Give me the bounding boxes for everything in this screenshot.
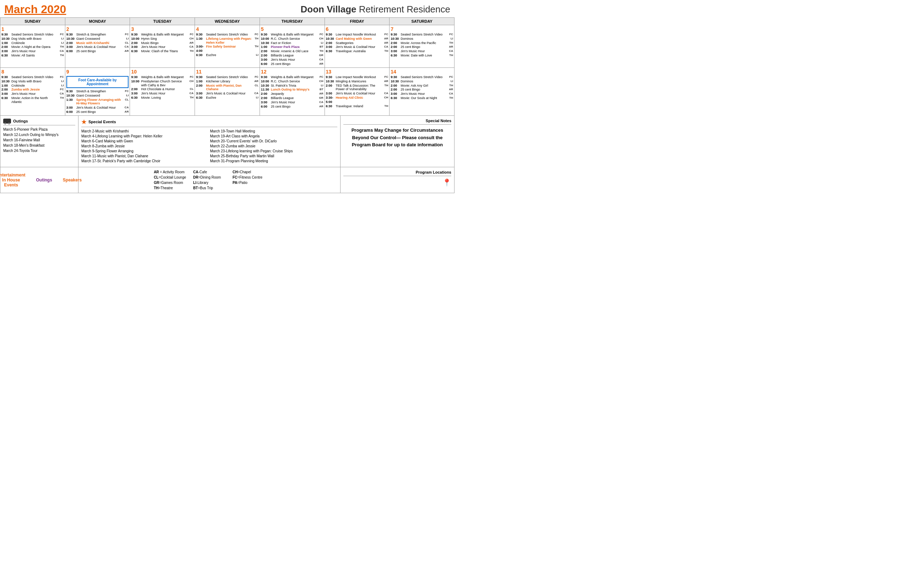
se-item: March 9-Spring Flower Arranging — [81, 149, 209, 153]
day-6: 6 9:30Low Impact Noodle WorkoutFC 10:30C… — [325, 25, 390, 68]
event-row: 10:00Presbyterian Church Service with Ca… — [131, 79, 194, 87]
se-col2: March 19-Town Hall Meeting March 19-Art … — [210, 129, 338, 164]
event-row: 3:00Jim's Music & Cocktail HourCA — [326, 92, 389, 95]
event-row: 9:30Seated Seniors Stretch VideoFC — [2, 75, 64, 79]
day-7: 7 9:30Seated Seniors Stretch VideoFC 10:… — [389, 25, 454, 68]
event-row: 9:30Seated Seniors Stretch VideoFC — [391, 75, 453, 79]
event-row: 3:00Jim's Music HourCA — [261, 58, 323, 62]
event-row: 9:30Low Impact Noodle WorkoutFC — [326, 75, 389, 79]
day-13: 13 9:30Low Impact Noodle WorkoutFC 10:30… — [325, 68, 390, 116]
event-row: 5:00 — [326, 100, 389, 104]
map-pin-icon: 📍 — [442, 178, 451, 187]
special-notes-box: Special Notes Programs May Change for Ci… — [341, 116, 454, 167]
event-row: 9:30Weights & Balls with MargaretFC — [261, 33, 323, 37]
outings-label: Outings — [13, 119, 28, 123]
page-header: March 2020 Doon Village Retirement Resid… — [0, 0, 454, 18]
event-row: 2:0025 cent BingoAR — [391, 45, 453, 49]
event-row: 10:30Card Making with GwenAR — [326, 37, 389, 41]
event-row: 9:30Weights & Balls with MargaretFC — [131, 33, 194, 37]
map-pin-area: 📍 — [343, 178, 451, 187]
legend-item: BT=Bus Trip — [193, 186, 226, 190]
event-row: 10:30Dog Visits with BravoLI — [2, 79, 64, 84]
event-row: 2:00ScattegoriesAR — [326, 41, 389, 45]
se-item: March 25-Birthday Party with Martin Wall — [210, 154, 338, 158]
event-row: 10:00R.C. Church ServiceCH — [261, 79, 323, 84]
legend-item: CH=Chapel — [232, 170, 265, 174]
se-item: March 17-St. Patrick's Party with Cambri… — [81, 159, 209, 163]
day-11: 11 9:30Seated Seniors Stretch VideoFC 1:… — [195, 68, 260, 116]
event-row: 3:00Jim's Music HourCA — [2, 92, 64, 96]
special-events-label: Special Events — [89, 120, 116, 124]
event-row: 10:30DominosLI — [391, 79, 453, 84]
event-row: 10:30Giant CrosswordLI — [66, 37, 129, 41]
outings-item: March 5-Pioneer Park Plaza — [3, 128, 75, 131]
entertainment-box: Entertainment In House Events Outings Sp… — [0, 167, 79, 193]
day-10: 10 9:30Weights & Balls with MargaretFC 1… — [130, 68, 195, 116]
special-notes-header: Special Notes — [343, 119, 451, 124]
event-row: 9:30Weights & Balls with MargaretFC — [131, 75, 194, 79]
event-row: 6:30Movie: Date with LoveTH — [391, 53, 453, 58]
day-1: 1 9:30Seated Seniors Stretch VideoFC 10:… — [0, 25, 65, 68]
day-8: 8 9:30Seated Seniors Stretch VideoFC 10:… — [0, 68, 65, 116]
star-icon: ★ — [81, 119, 86, 125]
header-thursday: THURSDAY — [260, 18, 325, 25]
header-friday: FRIDAY — [325, 18, 390, 25]
se-item: March 20-'Current Events' with Dr. DiCar… — [210, 139, 338, 143]
event-row: 3:00Jim's Music & Cocktail HourCA — [66, 45, 129, 49]
event-row: 9:30Seated Seniors Stretch VideoFC — [196, 33, 258, 37]
day-14: 14 9:30Seated Seniors Stretch VideoFC 10… — [389, 68, 454, 116]
event-row: 6:30Movie: Our Souls at NightTH — [391, 96, 453, 100]
day-4: 4 9:30Seated Seniors Stretch VideoFC 1:3… — [195, 25, 260, 68]
event-row: 6:30Movie: All SaintsTH — [2, 53, 64, 58]
event-row: 1:00Pioneer Park PlazaBT — [261, 45, 323, 49]
event-row: 9:30Seated Seniors Stretch VideoFC — [391, 33, 453, 37]
event-row: 3:30-Hearing Aid ClinicCH — [326, 96, 389, 100]
special-events-box: ★ Special Events March 2-Music with Kris… — [79, 116, 341, 167]
event-row: 9:30Weights & Balls with MargaretFC — [261, 75, 323, 79]
legend-item: CA-Cafe — [193, 170, 226, 174]
event-row: 1:00CrokinoleLI — [2, 84, 64, 88]
event-row: 3:00Jim's Music HourCA — [261, 100, 323, 104]
day-3: 3 9:30Weights & Balls with MargaretFC 10… — [130, 25, 195, 68]
event-row: 9:30Stretch & StrengthenFC — [66, 89, 129, 94]
event-row: 2:00TED Talk & Discussion: The Power of … — [326, 84, 389, 92]
se-item: March 22-Zumba with Jessie — [210, 144, 338, 148]
header-saturday: SATURDAY — [389, 18, 454, 25]
se-item: March 19-Art Class with Angela — [210, 134, 338, 138]
event-row: 10:00R.C. Church ServiceCH — [261, 37, 323, 41]
header-sunday: SUNDAY — [0, 18, 65, 25]
calendar-grid: SUNDAY MONDAY TUESDAY WEDNESDAY THURSDAY… — [0, 18, 454, 116]
facility-subtitle: Retirement Residence — [359, 4, 450, 15]
event-row: 10:30Giant CrosswordLI — [66, 94, 129, 98]
header-tuesday: TUESDAY — [130, 18, 195, 25]
outings-item: March 12-Lunch Outing to Wimpy's — [3, 133, 75, 137]
event-row: 3:00Jim's Music HourCA — [131, 45, 194, 49]
outings-box: Outings March 5-Pioneer Park Plaza March… — [0, 116, 79, 167]
bottom-section: Outings March 5-Pioneer Park Plaza March… — [0, 116, 454, 167]
event-row: 6:30Movie: Clash of the TitansTH — [131, 49, 194, 53]
event-row: 2:00Music with KrishanthiCL — [66, 41, 129, 45]
event-row: 2:00Billiards LeagueGR — [261, 53, 323, 58]
legend-item: FC=Fitness Centre — [232, 175, 265, 179]
event-row: 11:30Lunch Outing to Wimpy'sBT — [261, 88, 323, 92]
event-row: 10:30Mingling & ManicuresAR — [326, 79, 389, 84]
legend-item: TH=Theatre — [154, 186, 186, 190]
program-locations-header: Program Locations — [343, 170, 451, 176]
event-row: 10:00Hymn SingCH — [131, 37, 194, 41]
event-row: 2:00Music with Pianist, Dan ClahaneCL — [196, 84, 258, 92]
outings-item: March 18-Men's Breakfast — [3, 144, 75, 147]
event-row: 2:00Movie: Arsenic & Old LaceTH — [261, 49, 323, 53]
event-row: 3:00-Fire Safety SeminarTH — [196, 45, 258, 48]
event-row: 6:30Travelogue: AustraliaTH — [326, 49, 389, 53]
se-col1: March 2-Music with Krishanthi March 4-Li… — [81, 129, 209, 164]
se-item: March 19-Town Hall Meeting — [210, 129, 338, 133]
foot-care-notice: Foot Care-Available by Appointment — [66, 76, 129, 88]
event-row: 2:00Hot Chocolate & HumorCL — [131, 87, 194, 91]
se-item: March 23-Lifelong learning with Pegan: C… — [210, 149, 338, 153]
header-wednesday: WEDNESDAY — [195, 18, 260, 25]
entertainment-item: Entertainment In House Events — [0, 173, 26, 187]
event-row: 9:30Low Impact Noodle WorkoutFC — [326, 33, 389, 37]
event-row: 4:00 — [196, 49, 258, 53]
event-row: 1:00Kitchener LibraryAR — [196, 79, 258, 84]
day-2: 2 9:30Stretch & StrengthenFC 10:30Giant … — [65, 25, 130, 68]
